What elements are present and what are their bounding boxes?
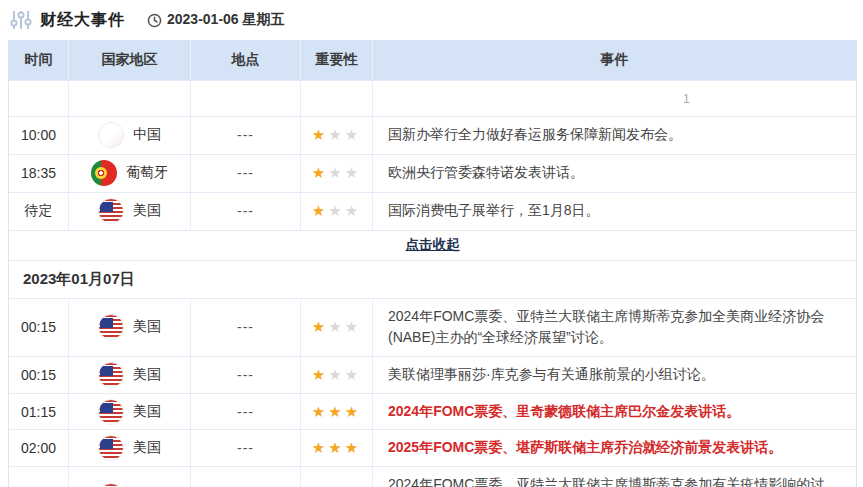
section-date-label: 2023年01月07日	[23, 270, 135, 289]
event-row: 00:15 美国 --- ★★★ 美联储理事丽莎·库克参与有关通胀前景的小组讨论…	[9, 356, 856, 393]
event-location: ---	[237, 127, 254, 143]
country-cell: 中国	[98, 122, 161, 148]
event-location: ---	[237, 165, 254, 181]
table-body: 1 10:00 中国 --- ★★★ 国新办举行全力做好春运服务保障新闻发布会。…	[9, 80, 856, 487]
event-time: 01:15	[9, 394, 69, 430]
event-row: 00:15 美国 --- ★★★ 2024年FOMC票委、亚特兰大联储主席博斯蒂…	[9, 298, 856, 356]
event-row: 01:15 美国 --- ★★★ 2024年FOMC票委、里奇蒙德联储主席巴尔金…	[9, 393, 856, 430]
importance-stars: ★★★	[312, 366, 361, 384]
events-table: 时间 国家地区 地点 重要性 事件 1 10:00 中国 --- ★★★ 国新办…	[8, 40, 857, 487]
cn-faded-flag-icon	[98, 122, 124, 148]
event-row: 18:35 葡萄牙 --- ★★★ 欧洲央行管委森特诺发表讲话。	[9, 154, 856, 192]
country-cell: 美国	[98, 435, 161, 461]
event-location: ---	[237, 440, 254, 456]
event-time: 00:15	[9, 357, 69, 393]
event-description: 2024年FOMC票委、亚特兰大联储主席博斯蒂克参加全美商业经济协会(NABE)…	[388, 306, 841, 349]
event-time: 18:35	[9, 155, 69, 192]
star-filled-icon: ★	[328, 403, 344, 420]
event-row: 04:30 美国 --- ★★★ 2024年FOMC票委、亚特兰大联储主席博斯蒂…	[9, 466, 856, 487]
importance-stars: ★★★	[312, 164, 361, 182]
star-empty-icon: ★	[328, 202, 344, 219]
importance-stars: ★★★	[312, 202, 361, 220]
star-empty-icon: ★	[345, 164, 361, 181]
financial-events-page: 财经大事件 2023-01-06 星期五 时间 国家地区 地点 重要性 事件 1…	[0, 0, 863, 487]
pt-flag-icon	[91, 160, 117, 186]
event-location: ---	[237, 203, 254, 219]
star-empty-icon: ★	[328, 164, 344, 181]
event-time: 04:30	[9, 467, 69, 487]
clipped-text-fragment: 1	[683, 88, 690, 109]
event-description: 2025年FOMC票委、堪萨斯联储主席乔治就经济前景发表讲话。	[388, 437, 782, 459]
country-cell: 葡萄牙	[91, 160, 168, 186]
star-filled-icon: ★	[312, 164, 328, 181]
star-filled-icon: ★	[312, 366, 328, 383]
current-date: 2023-01-06 星期五	[167, 11, 285, 29]
clock-icon	[147, 13, 162, 28]
event-description: 美联储理事丽莎·库克参与有关通胀前景的小组讨论。	[388, 364, 715, 386]
us-flag-icon	[98, 362, 124, 388]
event-row: 10:00 中国 --- ★★★ 国新办举行全力做好春运服务保障新闻发布会。	[9, 116, 856, 154]
event-row: 待定 美国 --- ★★★ 国际消费电子展举行，至1月8日。	[9, 192, 856, 230]
importance-stars: ★★★	[312, 126, 361, 144]
country-cell: 美国	[98, 314, 161, 340]
page-header: 财经大事件 2023-01-06 星期五	[0, 0, 863, 40]
column-header-importance: 重要性	[301, 40, 373, 80]
importance-stars: ★★★	[312, 318, 361, 336]
star-filled-icon: ★	[312, 126, 328, 143]
event-description: 2024年FOMC票委、亚特兰大联储主席博斯蒂克参加有关疫情影响的讨论。	[388, 474, 841, 487]
event-time: 02:00	[9, 430, 69, 466]
page-title: 财经大事件	[40, 10, 125, 31]
event-time: 10:00	[9, 117, 69, 154]
event-location: ---	[237, 404, 254, 420]
event-description: 国新办举行全力做好春运服务保障新闻发布会。	[388, 124, 682, 146]
star-filled-icon: ★	[312, 403, 328, 420]
collapse-row: 点击收起	[9, 230, 856, 260]
country-name: 美国	[133, 366, 161, 384]
star-filled-icon: ★	[345, 439, 361, 456]
column-header-location: 地点	[191, 40, 301, 80]
event-description: 2024年FOMC票委、里奇蒙德联储主席巴尔金发表讲话。	[388, 401, 740, 423]
star-filled-icon: ★	[345, 403, 361, 420]
star-filled-icon: ★	[328, 439, 344, 456]
date-section-row: 2023年01月07日	[9, 260, 856, 298]
event-description: 国际消费电子展举行，至1月8日。	[388, 200, 600, 222]
column-header-country: 国家地区	[69, 40, 191, 80]
collapse-link[interactable]: 点击收起	[406, 236, 460, 254]
country-name: 美国	[133, 439, 161, 457]
star-empty-icon: ★	[328, 318, 344, 335]
event-row: 02:00 美国 --- ★★★ 2025年FOMC票委、堪萨斯联储主席乔治就经…	[9, 429, 856, 466]
star-empty-icon: ★	[345, 366, 361, 383]
country-cell: 美国	[98, 198, 161, 224]
us-flag-icon	[98, 314, 124, 340]
country-name: 美国	[133, 403, 161, 421]
star-empty-icon: ★	[345, 318, 361, 335]
event-location: ---	[237, 367, 254, 383]
event-time: 00:15	[9, 299, 69, 356]
star-filled-icon: ★	[312, 439, 328, 456]
column-header-time: 时间	[9, 40, 69, 80]
importance-stars: ★★★	[312, 403, 361, 421]
sliders-icon	[10, 9, 32, 31]
us-flag-icon	[98, 483, 124, 487]
event-location: ---	[237, 319, 254, 335]
importance-stars: ★★★	[312, 439, 361, 457]
star-empty-icon: ★	[345, 126, 361, 143]
country-name: 葡萄牙	[126, 164, 168, 182]
us-flag-icon	[98, 435, 124, 461]
event-description: 欧洲央行管委森特诺发表讲话。	[388, 162, 584, 184]
us-flag-icon	[98, 399, 124, 425]
us-flag-icon	[98, 198, 124, 224]
country-name: 中国	[133, 126, 161, 144]
star-empty-icon: ★	[328, 366, 344, 383]
country-name: 美国	[133, 318, 161, 336]
star-filled-icon: ★	[312, 202, 328, 219]
partial-row: 1	[9, 80, 856, 116]
star-empty-icon: ★	[328, 126, 344, 143]
star-empty-icon: ★	[345, 202, 361, 219]
country-name: 美国	[133, 202, 161, 220]
table-header-row: 时间 国家地区 地点 重要性 事件	[9, 40, 856, 80]
column-header-event: 事件	[373, 40, 856, 80]
country-cell: 美国	[98, 362, 161, 388]
event-time: 待定	[9, 193, 69, 230]
country-cell: 美国	[98, 483, 161, 487]
